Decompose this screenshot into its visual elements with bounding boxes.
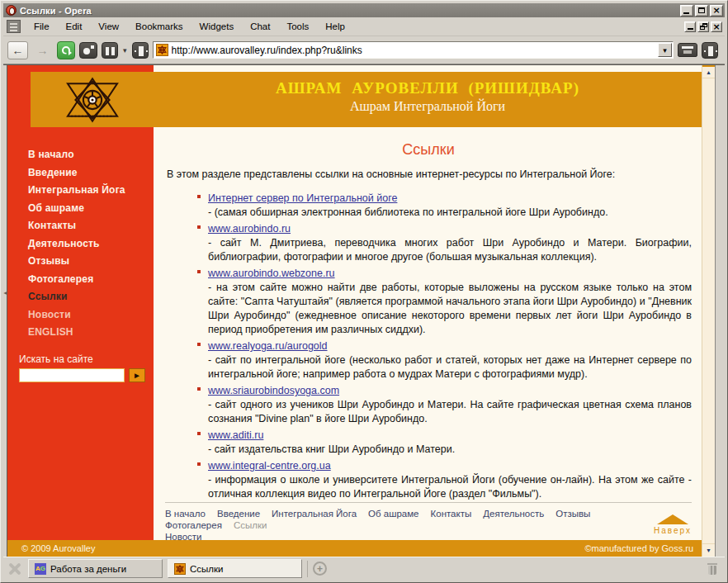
panels-toggle-button[interactable] (702, 42, 718, 59)
sidebar-item-activity[interactable]: Деятельность (7, 235, 154, 253)
mdi-minimize-button[interactable] (684, 21, 696, 32)
page-content: Ссылки В этом разделе представлены ссылк… (154, 127, 702, 540)
link-description: - сайт издательства книг Шри Ауробиндо и… (208, 443, 692, 457)
fast-forward-button[interactable] (79, 42, 97, 59)
scroll-down-button[interactable]: ▼ (702, 543, 715, 557)
tab-ssylki[interactable]: Ссылки (168, 559, 302, 578)
footer-link-links: Ссылки (234, 520, 267, 530)
sidebar-item-photogallery[interactable]: Фотогалерея (7, 271, 154, 288)
link-description: - (самая обширная электронная библиотека… (208, 206, 692, 220)
minimize-icon (688, 28, 693, 30)
sidebar-item-about-ashram[interactable]: Об ашраме (7, 200, 154, 217)
up-arrow-icon: ▲ (706, 69, 711, 75)
scrollbar-track[interactable] (702, 78, 715, 543)
sidebar-item-links[interactable]: Ссылки (7, 288, 154, 306)
minimize-button[interactable] (680, 5, 693, 17)
footer-link-contacts[interactable]: Контакты (431, 509, 472, 519)
menu-view[interactable]: View (90, 19, 127, 34)
maximize-button[interactable] (695, 5, 708, 17)
list-item: www.sriaurobindosyoga.com - сайт одного … (208, 382, 692, 426)
site-subtitle: Ашрам Интегральной Йоги (154, 99, 702, 114)
address-dropdown-button[interactable]: ▾ (658, 43, 672, 57)
footer-separator (165, 502, 692, 503)
footer-link-intro[interactable]: Введение (217, 509, 260, 519)
footer-link-news[interactable]: Новости (165, 532, 202, 540)
panel-splitter[interactable]: ◄ (3, 65, 7, 557)
menu-widgets[interactable]: Widgets (191, 19, 243, 34)
site-sidebar: В начало Введение Интегральная Йога Об а… (7, 65, 154, 540)
menu-tools[interactable]: Tools (278, 19, 317, 34)
address-bar[interactable]: http://www.aurovalley.ru/index.php?ru&li… (153, 41, 674, 59)
footer-link-activity[interactable]: Деятельность (483, 509, 544, 519)
page-scrollbar[interactable]: ▲ ▼ (702, 65, 716, 557)
down-arrow-icon: ▼ (706, 547, 711, 553)
footer-link-reviews[interactable]: Отзывы (555, 509, 590, 519)
tab-bar: AG Работа за деньги Ссылки + (3, 557, 725, 580)
link-integral-centre[interactable]: www.integral-centre.org.ua (208, 460, 331, 472)
menu-edit[interactable]: Edit (58, 19, 91, 34)
link-sriaurobindosyoga[interactable]: www.sriaurobindosyoga.com (208, 385, 339, 396)
forward-button[interactable]: → (32, 41, 53, 59)
tile-windows-button[interactable] (132, 42, 149, 59)
sidebar-nav: В начало Введение Интегральная Йога Об а… (7, 146, 154, 342)
browser-viewport: ◄ (3, 64, 725, 557)
panel-collapse-icon[interactable]: ◄ (2, 290, 8, 296)
print-button[interactable] (678, 43, 697, 57)
sidebar-item-news[interactable]: Новости (7, 306, 154, 324)
menu-file[interactable]: File (26, 19, 58, 34)
reload-button[interactable] (57, 41, 75, 59)
document-icon[interactable] (7, 20, 21, 33)
link-description: - информация о школе и университете Инте… (208, 473, 692, 501)
back-icon: ← (12, 45, 24, 56)
page-title: Ссылки (165, 141, 692, 159)
link-realyoga[interactable]: www.realyoga.ru/aurogold (208, 340, 328, 352)
list-item: www.aurobindo.webzone.ru - на этом сайте… (208, 265, 692, 337)
link-description: - на этом сайте можно найти две работы, … (208, 281, 692, 337)
footer-link-integral-yoga[interactable]: Интегральная Йога (272, 509, 357, 519)
scroll-up-button[interactable]: ▲ (702, 65, 715, 78)
panels-button[interactable] (102, 42, 118, 59)
sidebar-item-reviews[interactable]: Отзывы (7, 253, 154, 270)
tab-rabota-za-dengi[interactable]: AG Работа за деньги (28, 559, 163, 578)
back-to-top-button[interactable]: Наверх (654, 514, 692, 535)
sidebar-item-english[interactable]: ENGLISH (7, 324, 154, 341)
site-favicon-icon (174, 563, 186, 575)
list-item: www.realyoga.ru/aurogold - сайт по интег… (208, 338, 692, 382)
search-label: Искать на сайте (19, 353, 154, 365)
maximize-icon (698, 7, 705, 13)
mdi-close-button[interactable]: × (711, 21, 722, 32)
link-aurobindo-ru[interactable]: www.aurobindo.ru (208, 223, 291, 235)
menu-bookmarks[interactable]: Bookmarks (127, 19, 191, 34)
restore-icon (700, 23, 707, 30)
footer-link-photogallery[interactable]: Фотогалерея (165, 520, 222, 530)
link-aditi[interactable]: www.aditi.ru (208, 429, 263, 441)
new-tab-button[interactable]: + (313, 562, 327, 576)
sidebar-item-contacts[interactable]: Контакты (7, 217, 154, 235)
forward-icon: → (37, 45, 49, 56)
sidebar-item-intro[interactable]: Введение (7, 164, 154, 182)
search-arrow-icon: ► (133, 371, 141, 380)
mdi-restore-button[interactable] (697, 21, 709, 32)
footer-link-about-ashram[interactable]: Об ашраме (368, 509, 418, 519)
chevron-down-icon[interactable]: ▾ (122, 46, 128, 55)
navigation-toolbar: ← → ▾ http://www.aurovalley.ru/index.php… (3, 36, 725, 64)
window-title: Ссылки - Opera (20, 6, 677, 16)
link-integral-yoga-server[interactable]: Интернет сервер по Интегральной йоге (208, 192, 397, 204)
trash-icon[interactable] (707, 562, 718, 576)
footer-link-home[interactable]: В начало (165, 509, 206, 519)
site-favicon-icon (156, 44, 168, 56)
menu-chat[interactable]: Chat (242, 19, 278, 34)
back-button[interactable]: ← (7, 41, 28, 59)
menu-bar: File Edit View Bookmarks Widgets Chat To… (3, 17, 725, 36)
title-bar: Ссылки - Opera × (3, 3, 725, 17)
url-input[interactable]: http://www.aurovalley.ru/index.php?ru&li… (172, 45, 655, 56)
site-main: АШРАМ АУРОВЕЛЛИ (РИШИДВАР) Ашрам Интегра… (154, 65, 702, 540)
sidebar-item-home[interactable]: В начало (7, 146, 154, 164)
search-button[interactable]: ► (129, 368, 145, 382)
search-input[interactable] (19, 368, 125, 382)
sidebar-item-integral-yoga[interactable]: Интегральная Йога (7, 182, 154, 199)
menu-help[interactable]: Help (317, 19, 353, 34)
link-aurobindo-webzone[interactable]: www.aurobindo.webzone.ru (208, 268, 335, 279)
close-button[interactable]: × (710, 5, 723, 17)
tools-icon[interactable] (7, 562, 23, 576)
